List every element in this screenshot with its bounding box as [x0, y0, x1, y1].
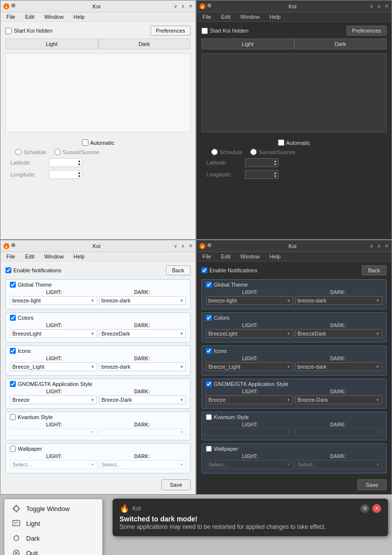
- latitude-spinbox-dark[interactable]: 0,000 ▲▼: [245, 158, 278, 167]
- gnome-light-dropdown-dark[interactable]: Breeze ▼: [206, 395, 293, 404]
- kvantum-checkbox-dark[interactable]: [206, 414, 212, 420]
- wallpaper-dark-dropdown[interactable]: Select... ▼: [99, 460, 187, 469]
- start-hidden-checkbox[interactable]: [5, 28, 12, 34]
- longitude-input[interactable]: 0,000: [49, 171, 77, 178]
- close-btn-dark[interactable]: ✕: [385, 3, 389, 9]
- global-dark-dropdown[interactable]: breeze-dark ▼: [99, 296, 187, 305]
- preferences-button-dark[interactable]: Preferences: [347, 26, 387, 36]
- automatic-label[interactable]: Automatic: [82, 139, 115, 146]
- start-hidden-label[interactable]: Start Koi hidden: [5, 28, 52, 34]
- colors-light-dropdown-dark[interactable]: BreezeLight ▼: [206, 329, 293, 338]
- tray-menu-dark[interactable]: Dark: [4, 531, 102, 546]
- latitude-input[interactable]: 0,000: [49, 159, 77, 167]
- schedule-radio-dark[interactable]: [211, 149, 218, 155]
- icons-checkbox[interactable]: [10, 348, 16, 354]
- minimize-pd[interactable]: ∨: [370, 243, 373, 249]
- menu-window-dark[interactable]: Window: [238, 13, 262, 20]
- gnome-dark-dropdown[interactable]: Breeze-Dark ▼: [99, 395, 187, 404]
- menu-help-dark[interactable]: Help: [268, 13, 283, 20]
- global-theme-checkbox-dark[interactable]: [206, 282, 212, 288]
- dark-theme-btn-dark[interactable]: Dark: [294, 39, 387, 49]
- kvantum-light-dropdown-dark[interactable]: ▼: [206, 428, 293, 436]
- start-hidden-label-dark[interactable]: Start Koi hidden: [201, 28, 248, 34]
- tray-menu-toggle[interactable]: Toggle Window: [4, 501, 102, 516]
- save-button-dark[interactable]: Save: [357, 479, 387, 490]
- kvantum-dark-dropdown[interactable]: ▼: [99, 428, 187, 436]
- close-btn[interactable]: ✕: [189, 3, 193, 9]
- menu-edit-dark[interactable]: Edit: [219, 13, 233, 20]
- icons-light-dropdown[interactable]: Breeze_Light ▼: [10, 362, 97, 371]
- menu-help[interactable]: Help: [72, 13, 87, 20]
- gnome-dark-dropdown-dark[interactable]: Breeze-Dark ▼: [295, 395, 383, 404]
- menu-edit[interactable]: Edit: [23, 13, 37, 20]
- kvantum-dark-dropdown-dark[interactable]: ▼: [295, 428, 383, 436]
- start-hidden-checkbox-dark[interactable]: [201, 28, 208, 34]
- kvantum-checkbox[interactable]: [10, 414, 16, 420]
- automatic-checkbox-dark[interactable]: [278, 139, 284, 146]
- automatic-checkbox[interactable]: [82, 139, 88, 146]
- close-pl[interactable]: ✕: [189, 243, 193, 249]
- menu-file-dark[interactable]: File: [200, 13, 213, 20]
- longitude-spinbox-dark[interactable]: 0,000 ▲▼: [245, 170, 278, 179]
- wallpaper-light-dropdown-dark[interactable]: Select... ▼: [206, 460, 293, 469]
- sunset-radio-label[interactable]: Sunset/Sunrise: [54, 149, 100, 155]
- light-theme-btn-dark[interactable]: Light: [201, 39, 294, 49]
- menu-window-pd[interactable]: Window: [238, 253, 262, 260]
- schedule-radio-label[interactable]: Schedule: [15, 149, 46, 155]
- global-dark-dropdown-dark[interactable]: breeze-dark ▼: [295, 296, 383, 305]
- enable-notif-checkbox-dark[interactable]: [201, 267, 207, 273]
- icons-checkbox-dark[interactable]: [206, 348, 212, 354]
- longitude-input-dark[interactable]: 0,000: [245, 171, 273, 178]
- latitude-spinbox[interactable]: 0,000 ▲▼: [49, 158, 82, 167]
- sunset-radio-label-dark[interactable]: Sunset/Sunrise: [250, 149, 296, 155]
- gnome-checkbox[interactable]: [10, 381, 16, 387]
- schedule-radio[interactable]: [15, 149, 22, 155]
- menu-edit-pd[interactable]: Edit: [219, 253, 233, 260]
- automatic-label-dark[interactable]: Automatic: [278, 139, 311, 146]
- wallpaper-checkbox[interactable]: [10, 446, 16, 452]
- light-theme-btn[interactable]: Light: [5, 39, 98, 49]
- wallpaper-checkbox-dark[interactable]: [206, 446, 212, 452]
- kvantum-light-dropdown[interactable]: ▼: [10, 428, 97, 436]
- colors-dark-dropdown-dark[interactable]: BreezeDark ▼: [295, 329, 383, 338]
- icons-light-dropdown-dark[interactable]: Breeze_Light ▼: [206, 362, 293, 371]
- enable-notif-label-dark[interactable]: Enable Notifications: [201, 267, 257, 273]
- menu-file-pl[interactable]: File: [4, 253, 17, 260]
- sunset-radio[interactable]: [54, 149, 61, 155]
- minimize-btn-dark[interactable]: ∨: [370, 3, 373, 9]
- menu-help-pl[interactable]: Help: [72, 253, 87, 260]
- colors-checkbox-dark[interactable]: [206, 315, 212, 321]
- maximize-btn-dark[interactable]: ∧: [377, 3, 381, 9]
- sunset-radio-dark[interactable]: [250, 149, 257, 155]
- back-button-dark[interactable]: Back: [362, 265, 387, 275]
- menu-file-pd[interactable]: File: [200, 253, 213, 260]
- maximize-btn[interactable]: ∧: [181, 3, 185, 9]
- gnome-light-dropdown[interactable]: Breeze ▼: [10, 395, 97, 404]
- global-theme-checkbox[interactable]: [10, 282, 16, 288]
- global-light-dropdown-dark[interactable]: breeze-light ▼: [206, 296, 293, 305]
- tray-menu-light[interactable]: Light: [4, 516, 102, 531]
- minimize-btn[interactable]: ∨: [174, 3, 177, 9]
- latitude-input-dark[interactable]: 0,000: [245, 159, 273, 167]
- icons-dark-dropdown-dark[interactable]: breeze-dark ▼: [295, 362, 383, 371]
- colors-light-dropdown[interactable]: BreezeLight ▼: [10, 329, 97, 338]
- minimize-pl[interactable]: ∨: [174, 243, 177, 249]
- global-light-dropdown[interactable]: breeze-light ▼: [10, 296, 97, 305]
- menu-help-pd[interactable]: Help: [268, 253, 283, 260]
- tray-menu-quit[interactable]: Quit: [4, 546, 102, 555]
- menu-file[interactable]: File: [4, 13, 17, 20]
- wallpaper-light-dropdown[interactable]: Select... ▼: [10, 460, 97, 469]
- maximize-pd[interactable]: ∧: [377, 243, 381, 249]
- save-button-light[interactable]: Save: [161, 479, 191, 490]
- longitude-spinbox[interactable]: 0,000 ▲▼: [49, 170, 82, 179]
- menu-window[interactable]: Window: [42, 13, 66, 20]
- enable-notif-checkbox[interactable]: [5, 267, 11, 273]
- icons-dark-dropdown[interactable]: breeze-dark ▼: [99, 362, 187, 371]
- preferences-button[interactable]: Preferences: [151, 26, 191, 36]
- maximize-pl[interactable]: ∧: [181, 243, 185, 249]
- gnome-checkbox-dark[interactable]: [206, 381, 212, 387]
- enable-notif-label[interactable]: Enable Notifications: [5, 267, 61, 273]
- notif-settings-btn[interactable]: ⚙: [360, 504, 369, 513]
- menu-window-pl[interactable]: Window: [42, 253, 66, 260]
- colors-checkbox[interactable]: [10, 315, 16, 321]
